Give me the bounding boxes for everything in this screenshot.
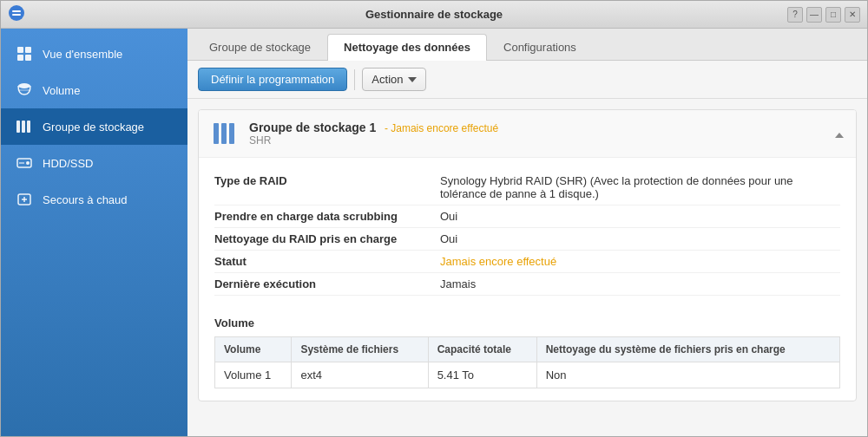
svg-rect-9: [16, 121, 20, 133]
card-title: Groupe de stockage 1: [249, 121, 376, 134]
storage-group-card: Groupe de stockage 1 - Jamais encore eff…: [198, 109, 857, 401]
detail-row-last-run: Dernière exécution Jamais: [214, 273, 840, 296]
window-title: Gestionnaire de stockage: [365, 8, 503, 21]
storage-group-card-icon: [211, 119, 240, 148]
tab-cleanup[interactable]: Nettoyage des données: [327, 34, 487, 61]
storage-group-icon: [15, 117, 34, 136]
sidebar-item-hotspare[interactable]: Secours à chaud: [1, 181, 187, 218]
detail-value-status: Jamais encore effectué: [440, 255, 556, 268]
sidebar-label-volume: Volume: [43, 84, 80, 97]
sidebar: Vue d'ensemble Volume: [1, 29, 187, 436]
sidebar-label-overview: Vue d'ensemble: [43, 48, 122, 61]
sidebar-label-storage-group: Groupe de stockage: [43, 121, 144, 134]
volume-cell-capacity: 5.41 To: [428, 362, 536, 388]
app-icon-area: [8, 4, 25, 24]
volume-table-header-row: Volume Système de fichiers Capacité tota…: [215, 337, 840, 362]
volume-cell-fs: ext4: [292, 362, 428, 388]
svg-rect-5: [17, 55, 23, 61]
volume-section: Volume Volume Système de fichiers Capaci…: [199, 308, 856, 401]
main-content: Vue d'ensemble Volume: [1, 29, 867, 436]
svg-rect-19: [221, 123, 227, 144]
main-window: Gestionnaire de stockage ? — □ ✕ Vue d'e…: [0, 0, 868, 437]
detail-value-scrubbing: Oui: [440, 210, 457, 223]
close-button[interactable]: ✕: [845, 7, 860, 23]
detail-row-raid-cleanup: Nettoyage du RAID pris en charge Oui: [214, 228, 840, 251]
minimize-button[interactable]: —: [806, 7, 822, 23]
svg-rect-11: [27, 121, 30, 133]
volume-cell-name: Volume 1: [215, 362, 292, 388]
detail-label-last-run: Dernière exécution: [214, 277, 440, 290]
svg-point-7: [18, 83, 30, 88]
detail-label-raid-cleanup: Nettoyage du RAID pris en charge: [214, 232, 440, 245]
svg-point-0: [9, 5, 24, 21]
detail-row-raid-type: Type de RAID Synology Hybrid RAID (SHR) …: [214, 170, 840, 205]
overview-svg: [16, 45, 33, 62]
volume-svg: [16, 82, 33, 99]
detail-row-scrubbing: Prendre en charge data scrubbing Oui: [214, 205, 840, 228]
sidebar-item-volume[interactable]: Volume: [1, 72, 187, 108]
detail-label-scrubbing: Prendre en charge data scrubbing: [214, 210, 440, 223]
collapse-button[interactable]: [833, 126, 844, 141]
detail-label-status: Statut: [214, 255, 440, 268]
window-controls: ? — □ ✕: [787, 7, 860, 23]
toolbar: Définir la programmation Action: [187, 61, 867, 99]
card-title-block: Groupe de stockage 1 - Jamais encore eff…: [249, 121, 498, 147]
svg-rect-20: [229, 123, 234, 144]
action-button[interactable]: Action: [362, 68, 426, 91]
detail-value-last-run: Jamais: [440, 277, 476, 290]
volume-cell-cleanup: Non: [536, 362, 839, 388]
card-title-line: Groupe de stockage 1 - Jamais encore eff…: [249, 121, 498, 134]
volume-col-header-cleanup: Nettoyage du système de fichiers pris en…: [536, 337, 839, 362]
hotspare-icon: [15, 190, 34, 209]
svg-rect-10: [22, 121, 25, 133]
help-button[interactable]: ?: [787, 7, 803, 23]
sidebar-label-hotspare: Secours à chaud: [43, 193, 128, 206]
sidebar-item-overview[interactable]: Vue d'ensemble: [1, 36, 187, 72]
svg-rect-18: [214, 123, 219, 144]
sidebar-item-hdd-ssd[interactable]: HDD/SSD: [1, 145, 187, 181]
svg-rect-4: [25, 47, 31, 53]
volume-table: Volume Système de fichiers Capacité tota…: [214, 336, 840, 388]
toolbar-separator: [354, 69, 355, 90]
svg-rect-1: [12, 10, 21, 12]
titlebar: Gestionnaire de stockage ? — □ ✕: [1, 1, 867, 29]
storage-svg: [16, 118, 33, 135]
sidebar-label-hdd-ssd: HDD/SSD: [43, 157, 94, 170]
hotspare-svg: [16, 191, 33, 208]
card-header: Groupe de stockage 1 - Jamais encore eff…: [199, 110, 856, 158]
collapse-chevron-icon: [835, 133, 844, 138]
card-header-left: Groupe de stockage 1 - Jamais encore eff…: [211, 119, 498, 148]
svg-rect-3: [17, 47, 23, 53]
volume-col-header-fs: Système de fichiers: [292, 337, 428, 362]
hdd-icon: [15, 153, 34, 173]
detail-value-raid-cleanup: Oui: [440, 232, 457, 245]
card-status: - Jamais encore effectué: [385, 122, 498, 134]
svg-point-13: [26, 161, 30, 165]
card-type-label: SHR: [249, 134, 498, 147]
volume-col-header-volume: Volume: [215, 337, 292, 362]
right-panel: Groupe de stockage Nettoyage des données…: [187, 29, 867, 436]
storage-card-svg: [212, 120, 240, 147]
content-area: Groupe de stockage 1 - Jamais encore eff…: [187, 99, 867, 436]
volume-icon: [15, 81, 34, 100]
detail-value-raid-type: Synology Hybrid RAID (SHR) (Avec la prot…: [440, 174, 840, 200]
define-schedule-button[interactable]: Définir la programmation: [198, 68, 347, 91]
detail-row-status: Statut Jamais encore effectué: [214, 251, 840, 273]
volume-section-title: Volume: [214, 316, 840, 329]
sidebar-item-storage-group[interactable]: Groupe de stockage: [1, 108, 187, 145]
volume-col-header-capacity: Capacité totale: [428, 337, 536, 362]
tab-bar: Groupe de stockage Nettoyage des données…: [187, 29, 867, 61]
overview-icon: [15, 44, 34, 63]
action-chevron-icon: [408, 77, 417, 82]
tab-storage-group[interactable]: Groupe de stockage: [193, 34, 327, 60]
tab-config[interactable]: Configurations: [487, 34, 593, 60]
maximize-button[interactable]: □: [825, 7, 841, 23]
details-table: Type de RAID Synology Hybrid RAID (SHR) …: [199, 158, 856, 308]
detail-label-raid-type: Type de RAID: [214, 174, 440, 200]
svg-rect-2: [12, 14, 21, 16]
hdd-svg: [16, 154, 33, 172]
table-row: Volume 1 ext4 5.41 To Non: [215, 362, 840, 388]
svg-rect-6: [25, 55, 31, 61]
app-icon: [8, 4, 25, 22]
